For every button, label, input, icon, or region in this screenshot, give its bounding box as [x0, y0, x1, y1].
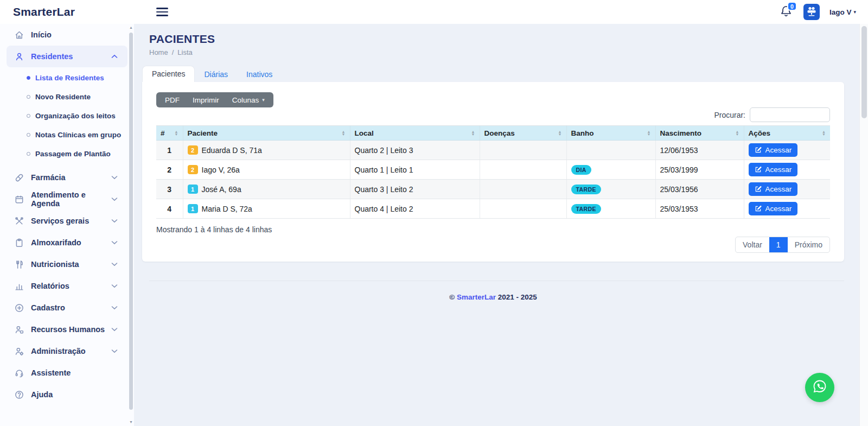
report-icon	[14, 281, 24, 291]
sidebar-item-servicos-gerais[interactable]: Serviços gerais	[0, 210, 134, 232]
patient-name: José A, 69a	[202, 185, 241, 194]
notification-count-badge: 0	[787, 2, 797, 11]
sidebar-subitem-label: Lista de Residentes	[35, 74, 104, 82]
chevron-down-icon: ▾	[853, 9, 856, 15]
user-avatar[interactable]	[803, 4, 820, 20]
sidebar-item-label: Recursos Humanos	[31, 325, 105, 334]
row-number: 2	[156, 160, 183, 180]
person-icon	[14, 52, 24, 61]
patient-nascimento: 12/06/1953	[655, 141, 744, 160]
sidebar-scrollbar[interactable]: ▲ ▼	[129, 25, 133, 425]
utensils-icon	[14, 259, 24, 269]
acessar-button[interactable]: Acessar	[749, 202, 798, 215]
sidebar-item-atendimento-e-agenda[interactable]: Atendimento e Agenda	[0, 188, 134, 210]
col-header-num[interactable]: #▲▼	[156, 126, 183, 141]
sidebar-item-ajuda[interactable]: Ajuda	[0, 384, 134, 405]
footer-years: 2021 - 2025	[498, 293, 537, 301]
col-header-paciente[interactable]: Paciente▲▼	[183, 126, 350, 141]
chevron-down-icon	[111, 262, 118, 266]
patient-name: Maria D S, 72a	[202, 205, 252, 213]
sort-icon: ▲▼	[647, 130, 651, 136]
bell-icon	[780, 10, 793, 20]
footer-copyright: © SmarterLar 2021 - 2025	[142, 293, 844, 301]
sidebar-subitem-notas-clinicas-em-grupo[interactable]: Notas Clínicas em grupo	[0, 125, 134, 144]
edit-icon	[755, 147, 762, 154]
col-header-banho[interactable]: Banho▲▼	[566, 126, 655, 141]
col-header-acoes[interactable]: Ações▲▼	[744, 126, 830, 141]
breadcrumb-separator: /	[172, 48, 174, 56]
print-button[interactable]: Imprimir	[186, 96, 226, 104]
sidebar-item-farmacia[interactable]: Farmácia	[0, 167, 134, 188]
alert-count-badge: 2	[188, 145, 198, 155]
sidebar-item-residentes[interactable]: Residentes	[7, 46, 127, 67]
sidebar-item-nutricionista[interactable]: Nutricionista	[0, 253, 134, 275]
edit-icon	[755, 205, 762, 212]
sidebar-item-administracao[interactable]: Administração	[0, 340, 134, 362]
table-summary: Mostrando 1 à 4 linhas de 4 linhas	[156, 225, 272, 234]
sidebar-item-label: Assistente	[31, 368, 71, 377]
sidebar-item-cadastro[interactable]: Cadastro	[0, 297, 134, 319]
acessar-button[interactable]: Acessar	[749, 143, 798, 157]
scrollbar-thumb[interactable]	[129, 33, 133, 410]
table-row: 2 2Iago V, 26a Quarto 1 | Leito 1 DIA 25…	[156, 160, 830, 180]
acessar-button[interactable]: Acessar	[749, 182, 798, 196]
col-header-nascimento[interactable]: Nascimento▲▼	[655, 126, 744, 141]
pagination-prev-button[interactable]: Voltar	[736, 237, 769, 252]
sidebar-subitem-passagem-de-plantao[interactable]: Passagem de Plantão	[0, 144, 134, 163]
tab-pacientes[interactable]: Pacientes	[142, 66, 195, 82]
scroll-down-icon[interactable]: ▼	[129, 419, 133, 425]
tab-diarias[interactable]: Diárias	[195, 67, 237, 82]
topbar: SmarterLar 0 Iag	[0, 0, 868, 24]
sidebar-subitem-organizacao-dos-leitos[interactable]: Organização dos leitos	[0, 106, 134, 125]
sidebar-item-assistente[interactable]: Assistente	[0, 362, 134, 384]
whatsapp-icon	[812, 378, 828, 397]
pill-icon	[14, 173, 24, 182]
tab-bar: Pacientes Diárias Inativos	[142, 66, 844, 82]
chevron-down-icon	[111, 349, 118, 353]
sidebar-item-relatorios[interactable]: Relatórios	[0, 275, 134, 297]
footer-brand-link[interactable]: SmarterLar	[457, 293, 496, 301]
sort-icon: ▲▼	[471, 130, 475, 136]
patient-doencas	[480, 180, 566, 199]
pagination-page-1[interactable]: 1	[769, 237, 788, 252]
bullet-icon	[27, 76, 30, 80]
sidebar-item-label: Serviços gerais	[31, 217, 89, 225]
chevron-down-icon	[111, 175, 118, 180]
search-input[interactable]	[750, 107, 830, 122]
patient-doencas	[480, 141, 566, 160]
chevron-down-icon	[111, 240, 118, 245]
pdf-button[interactable]: PDF	[158, 96, 186, 104]
sidebar-item-label: Atendimento e Agenda	[31, 190, 111, 208]
notifications-button[interactable]: 0	[780, 5, 794, 19]
breadcrumb-home-link[interactable]: Home	[149, 48, 168, 56]
acessar-button[interactable]: Acessar	[749, 163, 798, 176]
person-badge-icon	[14, 325, 24, 334]
hamburger-menu-icon[interactable]	[156, 5, 169, 18]
export-button-group: PDF Imprimir Colunas ▾	[156, 92, 273, 107]
chevron-down-icon	[111, 284, 118, 288]
sidebar-item-almoxarifado[interactable]: Almoxarifado	[0, 232, 134, 253]
sidebar-item-recursos-humanos[interactable]: Recursos Humanos	[0, 319, 134, 340]
chevron-down-icon: ▾	[262, 97, 265, 103]
sidebar-subitem-label: Passagem de Plantão	[35, 150, 111, 158]
page-title: PACIENTES	[149, 33, 844, 46]
scroll-up-icon[interactable]: ▲	[129, 25, 133, 30]
col-header-local[interactable]: Local▲▼	[350, 126, 480, 141]
sidebar: Início Residentes Lista de Residentes No…	[0, 24, 134, 426]
sidebar-subitem-lista-de-residentes[interactable]: Lista de Residentes	[0, 68, 134, 87]
app-logo[interactable]: SmarterLar	[13, 5, 75, 18]
columns-dropdown-button[interactable]: Colunas ▾	[226, 96, 271, 104]
tab-inativos[interactable]: Inativos	[237, 67, 282, 82]
scrollbar-thumb[interactable]	[861, 26, 867, 118]
sidebar-subitem-novo-residente[interactable]: Novo Residente	[0, 87, 134, 106]
pagination-next-button[interactable]: Próximo	[788, 237, 829, 252]
window-scrollbar[interactable]	[859, 24, 868, 426]
user-menu[interactable]: Iago V ▾	[829, 8, 856, 16]
sidebar-subitem-label: Novo Residente	[35, 93, 91, 101]
table-row: 4 1Maria D S, 72a Quarto 4 | Leito 2 TAR…	[156, 199, 830, 219]
footer-divider	[149, 281, 844, 281]
col-header-doencas[interactable]: Doenças▲▼	[480, 126, 566, 141]
whatsapp-button[interactable]	[805, 373, 834, 402]
alert-count-badge: 2	[188, 165, 198, 174]
sidebar-item-inicio[interactable]: Início	[0, 24, 134, 46]
